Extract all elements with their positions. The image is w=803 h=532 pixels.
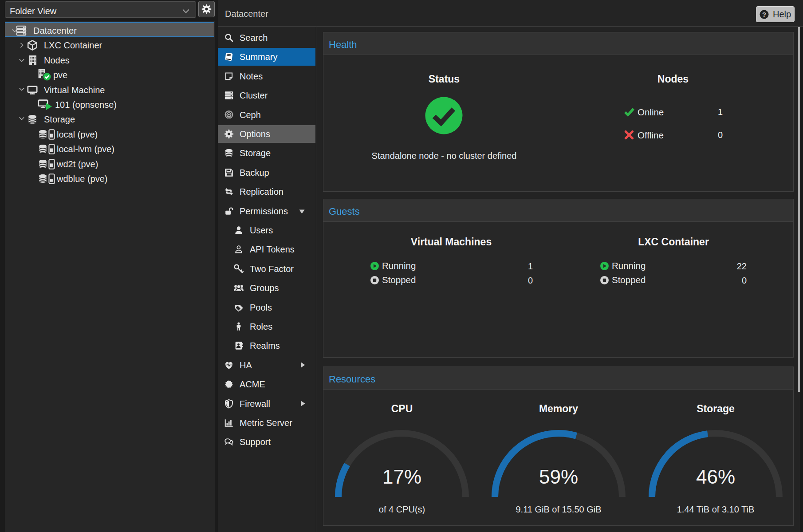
svg-text:?: ?: [762, 11, 766, 18]
